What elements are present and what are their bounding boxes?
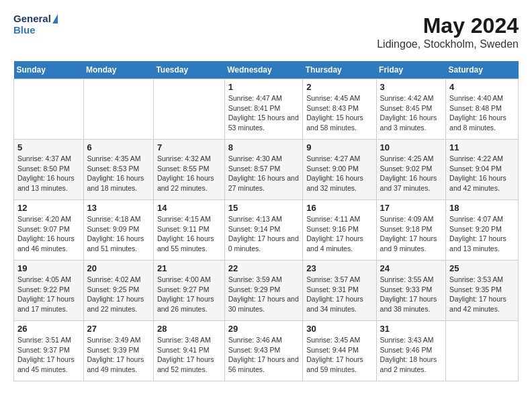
- day-number: 11: [449, 142, 515, 152]
- day-number: 3: [380, 82, 443, 92]
- calendar-cell: 13Sunrise: 4:18 AM Sunset: 9:09 PM Dayli…: [83, 200, 153, 261]
- week-row-2: 5Sunrise: 4:37 AM Sunset: 8:50 PM Daylig…: [14, 140, 519, 200]
- cell-sun-info: Sunrise: 4:27 AM Sunset: 9:00 PM Dayligh…: [306, 154, 372, 193]
- weekday-header-saturday: Saturday: [446, 61, 519, 79]
- cell-sun-info: Sunrise: 4:05 AM Sunset: 9:22 PM Dayligh…: [17, 275, 80, 314]
- weekday-header-monday: Monday: [83, 61, 153, 79]
- calendar-cell: 11Sunrise: 4:22 AM Sunset: 9:04 PM Dayli…: [446, 140, 519, 200]
- cell-sun-info: Sunrise: 3:46 AM Sunset: 9:43 PM Dayligh…: [228, 335, 300, 375]
- calendar-subtitle: Lidingoe, Stockholm, Sweden: [377, 38, 519, 50]
- day-number: 17: [380, 203, 443, 213]
- calendar-cell: 3Sunrise: 4:42 AM Sunset: 8:45 PM Daylig…: [376, 79, 446, 140]
- cell-sun-info: Sunrise: 3:49 AM Sunset: 9:39 PM Dayligh…: [87, 335, 150, 375]
- week-row-3: 12Sunrise: 4:20 AM Sunset: 9:07 PM Dayli…: [14, 200, 519, 261]
- week-row-1: 1Sunrise: 4:47 AM Sunset: 8:41 PM Daylig…: [14, 79, 519, 140]
- calendar-cell: 5Sunrise: 4:37 AM Sunset: 8:50 PM Daylig…: [14, 140, 84, 200]
- day-number: 5: [17, 142, 80, 152]
- cell-sun-info: Sunrise: 4:47 AM Sunset: 8:41 PM Dayligh…: [228, 93, 300, 133]
- cell-sun-info: Sunrise: 3:43 AM Sunset: 9:46 PM Dayligh…: [380, 335, 443, 375]
- day-number: 9: [306, 142, 372, 152]
- day-number: 27: [87, 324, 150, 334]
- day-number: 14: [157, 203, 221, 213]
- calendar-cell: 26Sunrise: 3:51 AM Sunset: 9:37 PM Dayli…: [14, 321, 84, 381]
- day-number: 6: [87, 142, 150, 152]
- weekday-header-tuesday: Tuesday: [153, 61, 224, 79]
- cell-sun-info: Sunrise: 4:40 AM Sunset: 8:48 PM Dayligh…: [449, 93, 515, 133]
- day-number: 31: [380, 324, 443, 334]
- calendar-cell: 8Sunrise: 4:30 AM Sunset: 8:57 PM Daylig…: [224, 140, 303, 200]
- day-number: 20: [87, 263, 150, 273]
- weekday-header-row: SundayMondayTuesdayWednesdayThursdayFrid…: [14, 61, 519, 79]
- calendar-table: SundayMondayTuesdayWednesdayThursdayFrid…: [13, 61, 519, 381]
- weekday-header-thursday: Thursday: [303, 61, 376, 79]
- cell-sun-info: Sunrise: 4:09 AM Sunset: 9:18 PM Dayligh…: [380, 214, 443, 254]
- day-number: 15: [228, 203, 300, 213]
- cell-sun-info: Sunrise: 4:07 AM Sunset: 9:20 PM Dayligh…: [449, 214, 515, 254]
- calendar-cell: 10Sunrise: 4:25 AM Sunset: 9:02 PM Dayli…: [376, 140, 446, 200]
- calendar-cell: 7Sunrise: 4:32 AM Sunset: 8:55 PM Daylig…: [153, 140, 224, 200]
- day-number: 30: [306, 324, 372, 334]
- cell-sun-info: Sunrise: 3:48 AM Sunset: 9:41 PM Dayligh…: [157, 335, 221, 375]
- day-number: 2: [306, 82, 372, 92]
- calendar-cell: [153, 79, 224, 140]
- day-number: 19: [17, 263, 80, 273]
- calendar-cell: 9Sunrise: 4:27 AM Sunset: 9:00 PM Daylig…: [303, 140, 376, 200]
- cell-sun-info: Sunrise: 3:45 AM Sunset: 9:44 PM Dayligh…: [306, 335, 372, 375]
- calendar-cell: 21Sunrise: 4:00 AM Sunset: 9:27 PM Dayli…: [153, 261, 224, 321]
- logo-triangle-icon: [52, 14, 58, 24]
- cell-sun-info: Sunrise: 3:51 AM Sunset: 9:37 PM Dayligh…: [17, 335, 80, 375]
- cell-sun-info: Sunrise: 4:35 AM Sunset: 8:53 PM Dayligh…: [87, 154, 150, 193]
- cell-sun-info: Sunrise: 4:37 AM Sunset: 8:50 PM Dayligh…: [17, 154, 80, 193]
- cell-sun-info: Sunrise: 3:57 AM Sunset: 9:31 PM Dayligh…: [306, 275, 372, 314]
- calendar-cell: 14Sunrise: 4:15 AM Sunset: 9:11 PM Dayli…: [153, 200, 224, 261]
- cell-sun-info: Sunrise: 3:59 AM Sunset: 9:29 PM Dayligh…: [228, 275, 300, 314]
- cell-sun-info: Sunrise: 3:55 AM Sunset: 9:33 PM Dayligh…: [380, 275, 443, 314]
- weekday-header-wednesday: Wednesday: [224, 61, 303, 79]
- day-number: 10: [380, 142, 443, 152]
- cell-sun-info: Sunrise: 4:25 AM Sunset: 9:02 PM Dayligh…: [380, 154, 443, 193]
- day-number: 16: [306, 203, 372, 213]
- cell-sun-info: Sunrise: 4:20 AM Sunset: 9:07 PM Dayligh…: [17, 214, 80, 254]
- calendar-cell: 18Sunrise: 4:07 AM Sunset: 9:20 PM Dayli…: [446, 200, 519, 261]
- calendar-cell: 24Sunrise: 3:55 AM Sunset: 9:33 PM Dayli…: [376, 261, 446, 321]
- header: General Blue May 2024 Lidingoe, Stockhol…: [13, 13, 519, 50]
- cell-sun-info: Sunrise: 4:02 AM Sunset: 9:25 PM Dayligh…: [87, 275, 150, 314]
- calendar-cell: 16Sunrise: 4:11 AM Sunset: 9:16 PM Dayli…: [303, 200, 376, 261]
- day-number: 24: [380, 263, 443, 273]
- day-number: 26: [17, 324, 80, 334]
- calendar-cell: [446, 321, 519, 381]
- week-row-5: 26Sunrise: 3:51 AM Sunset: 9:37 PM Dayli…: [14, 321, 519, 381]
- day-number: 13: [87, 203, 150, 213]
- calendar-cell: [83, 79, 153, 140]
- cell-sun-info: Sunrise: 4:11 AM Sunset: 9:16 PM Dayligh…: [306, 214, 372, 254]
- calendar-cell: 4Sunrise: 4:40 AM Sunset: 8:48 PM Daylig…: [446, 79, 519, 140]
- logo-general-text: General: [13, 13, 51, 25]
- cell-sun-info: Sunrise: 4:42 AM Sunset: 8:45 PM Dayligh…: [380, 93, 443, 133]
- day-number: 12: [17, 203, 80, 213]
- calendar-cell: 20Sunrise: 4:02 AM Sunset: 9:25 PM Dayli…: [83, 261, 153, 321]
- cell-sun-info: Sunrise: 3:53 AM Sunset: 9:35 PM Dayligh…: [449, 275, 515, 314]
- calendar-cell: 12Sunrise: 4:20 AM Sunset: 9:07 PM Dayli…: [14, 200, 84, 261]
- weekday-header-friday: Friday: [376, 61, 446, 79]
- cell-sun-info: Sunrise: 4:32 AM Sunset: 8:55 PM Dayligh…: [157, 154, 221, 193]
- calendar-cell: [14, 79, 84, 140]
- logo: General Blue: [13, 13, 58, 36]
- calendar-cell: 17Sunrise: 4:09 AM Sunset: 9:18 PM Dayli…: [376, 200, 446, 261]
- calendar-cell: 29Sunrise: 3:46 AM Sunset: 9:43 PM Dayli…: [224, 321, 303, 381]
- title-area: May 2024 Lidingoe, Stockholm, Sweden: [377, 13, 519, 50]
- day-number: 18: [449, 203, 515, 213]
- calendar-title: May 2024: [377, 13, 519, 38]
- calendar-cell: 19Sunrise: 4:05 AM Sunset: 9:22 PM Dayli…: [14, 261, 84, 321]
- day-number: 29: [228, 324, 300, 334]
- calendar-cell: 2Sunrise: 4:45 AM Sunset: 8:43 PM Daylig…: [303, 79, 376, 140]
- day-number: 23: [306, 263, 372, 273]
- day-number: 21: [157, 263, 221, 273]
- week-row-4: 19Sunrise: 4:05 AM Sunset: 9:22 PM Dayli…: [14, 261, 519, 321]
- day-number: 7: [157, 142, 221, 152]
- calendar-cell: 27Sunrise: 3:49 AM Sunset: 9:39 PM Dayli…: [83, 321, 153, 381]
- weekday-header-sunday: Sunday: [14, 61, 84, 79]
- calendar-cell: 25Sunrise: 3:53 AM Sunset: 9:35 PM Dayli…: [446, 261, 519, 321]
- cell-sun-info: Sunrise: 4:18 AM Sunset: 9:09 PM Dayligh…: [87, 214, 150, 254]
- calendar-cell: 30Sunrise: 3:45 AM Sunset: 9:44 PM Dayli…: [303, 321, 376, 381]
- day-number: 1: [228, 82, 300, 92]
